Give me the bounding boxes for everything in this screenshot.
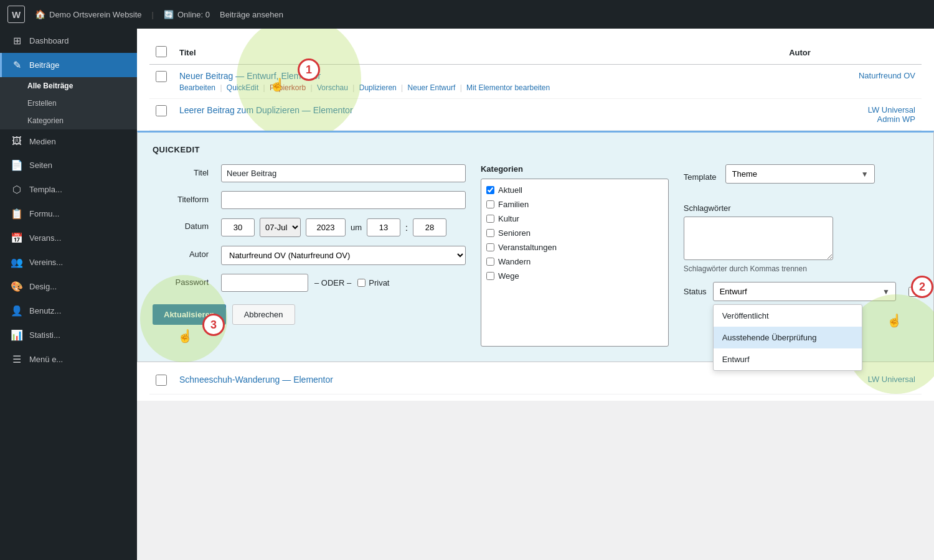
veranstaltungen-icon: 📅 [11,232,23,244]
select-all-checkbox[interactable] [156,46,167,57]
kat-item-kultur: Kultur [485,212,664,226]
action-mit-elementor[interactable]: Mit Elementor bearbeiten [466,83,550,92]
author-link-2[interactable]: LW UniversalAdmin WP [868,105,915,124]
action-papierkorb[interactable]: Papierkorb [270,83,306,92]
action-duplizieren[interactable]: Duplizieren [359,83,397,92]
posts-table-after: Schneeschuh-Wanderung — Elementor LW Uni… [149,368,922,394]
sidebar-item-benutzer[interactable]: 👤 Benutz... [0,299,137,323]
sidebar-item-alle-beitraege[interactable]: Alle Beiträge [0,77,137,95]
template-select[interactable]: Theme Default Template Elementor Full Wi… [725,164,875,184]
sidebar-item-medien[interactable]: 🖼 Medien [0,129,137,153]
kat-checkbox-wege[interactable] [486,272,494,280]
sidebar-item-templates[interactable]: ⬡ Templa... [0,177,137,202]
wp-logo-icon[interactable]: W [7,6,25,23]
sidebar-item-erstellen[interactable]: Erstellen [0,95,137,112]
kat-checkbox-veranstaltungen[interactable] [486,243,494,251]
kat-checkbox-aktuell[interactable] [486,186,494,194]
autor-row: Autor Naturfreund OV (Naturfreund OV) [153,246,466,265]
post-title-link-2[interactable]: Leerer Beitrag zum Duplizieren — Element… [179,105,353,115]
abbrechen-button[interactable]: Abbrechen [232,304,295,325]
date-minute-input[interactable] [413,218,446,236]
status-select[interactable]: Entwurf Veröffentlicht Ausstehende Überp… [713,282,896,301]
status-option-entwurf[interactable]: Entwurf [714,348,862,370]
row-checkbox-cell-after [149,368,173,394]
titel-input[interactable] [221,164,466,182]
posts-table: Titel Autor Neuer Beit [149,41,922,131]
site-name[interactable]: 🏠 Demo Ortsverein Website [35,9,142,19]
sidebar-item-label: Medien [29,137,56,146]
date-um-label: um [351,223,362,232]
cursor-hand-3: ☝ [177,329,193,343]
schlagworter-section: Schlagwörter Schlagwörter durch Kommas t… [684,203,918,273]
schlagworter-input[interactable] [684,217,833,260]
titel-label: Titel [153,164,209,182]
view-posts-link[interactable]: Beiträge ansehen [220,10,283,19]
titelform-input[interactable] [221,191,466,209]
col-title[interactable]: Titel [173,41,783,65]
kat-checkbox-senioren[interactable] [486,229,494,237]
kat-checkbox-kultur[interactable] [486,215,494,223]
kat-label-aktuell: Aktuell [498,185,522,195]
date-month-select[interactable]: 07-Jul [260,218,301,237]
kat-checkbox-familien[interactable] [486,200,494,208]
titelform-label: Titelform [153,191,209,209]
qe-buttons: Aktualisieren Abbrechen 3 ☝ [153,304,466,325]
sidebar-item-menu[interactable]: ☰ Menü e... [0,347,137,371]
sidebar-item-formulare[interactable]: 📋 Formu... [0,202,137,226]
row-author-cell-2: LW UniversalAdmin WP [783,99,922,131]
row-title-cell-after: Schneeschuh-Wanderung — Elementor [173,368,664,394]
kat-label-kultur: Kultur [498,214,519,223]
online-info: 🔄 Online: 0 [164,10,210,19]
row-checkbox-after[interactable] [156,375,167,386]
sidebar-item-design[interactable]: 🎨 Desig... [0,274,137,299]
row-checkbox[interactable] [156,71,167,82]
sidebar-item-seiten[interactable]: 📄 Seiten [0,153,137,177]
kategorien-label: Kategorien [481,164,669,174]
date-row: 07-Jul um : [221,218,446,237]
sidebar-item-label: Dashboard [29,36,69,45]
passwort-input[interactable] [221,274,308,292]
quickedit-heading: QUICKEDIT [153,145,918,154]
schlagworter-hint: Schlagwörter durch Kommas trennen [684,264,918,273]
action-quickedit[interactable]: QuickEdit [227,83,258,92]
date-day-input[interactable] [221,218,255,236]
sidebar-item-statistiken[interactable]: 📊 Statisti... [0,323,137,347]
sidebar-item-label: Seiten [29,161,52,170]
design-icon: 🎨 [11,281,23,292]
col-author[interactable]: Autor [783,41,922,65]
status-option-ausstehend[interactable]: Ausstehende Überprüfung [714,327,862,348]
author-link-1[interactable]: Naturfreund OV [859,71,915,80]
private-checkbox[interactable] [357,279,366,287]
date-colon: : [405,223,408,233]
admin-bar: W 🏠 Demo Ortsverein Website | 🔄 Online: … [0,0,934,29]
date-year-input[interactable] [306,218,346,236]
sidebar-item-label: Beiträge [29,60,59,70]
sticky-checkbox[interactable] [908,287,918,297]
status-option-veroeffentlicht[interactable]: Veröffentlicht [714,305,862,327]
action-bearbeiten[interactable]: Bearbeiten [179,83,215,92]
author-link-after[interactable]: LW Universal [868,375,915,384]
autor-select[interactable]: Naturfreund OV (Naturfreund OV) [221,246,466,265]
menu-icon: ☰ [11,353,23,365]
kat-label-veranstaltungen: Veranstaltungen [498,243,557,252]
post-title-link-1[interactable]: Neuer Beitrag — Entwurf, Elementor [179,71,321,81]
row-title-cell: Neuer Beitrag — Entwurf, Elementor Bearb… [173,65,783,99]
action-neuer-entwurf[interactable]: Neuer Entwurf [408,83,456,92]
sidebar-item-dashboard[interactable]: ⊞ Dashboard [0,29,137,53]
aktualisieren-button[interactable]: Aktualisieren [153,304,226,325]
action-vorschau[interactable]: Vorschau [317,83,348,92]
sidebar-item-kategorien[interactable]: Kategorien [0,112,137,129]
titelform-row: Titelform [153,191,466,209]
statistiken-icon: 📊 [11,329,23,341]
kategorie-list[interactable]: Aktuell Familien Kultur Senioren [481,179,669,347]
row-checkbox-2[interactable] [156,105,167,116]
date-hour-input[interactable] [367,218,400,236]
sidebar-item-vereins[interactable]: 👥 Vereins... [0,250,137,274]
titel-row: Titel [153,164,466,182]
sidebar-item-beitraege[interactable]: ✎ Beiträge [0,53,137,77]
status-row: Status Entwurf Veröffentlicht Ausstehend… [684,282,918,301]
sidebar-item-label: Vereins... [29,258,63,267]
sidebar-item-veranstaltungen[interactable]: 📅 Verans... [0,226,137,250]
kat-checkbox-wandern[interactable] [486,258,494,266]
post-title-link-after[interactable]: Schneeschuh-Wanderung — Elementor [179,375,333,385]
